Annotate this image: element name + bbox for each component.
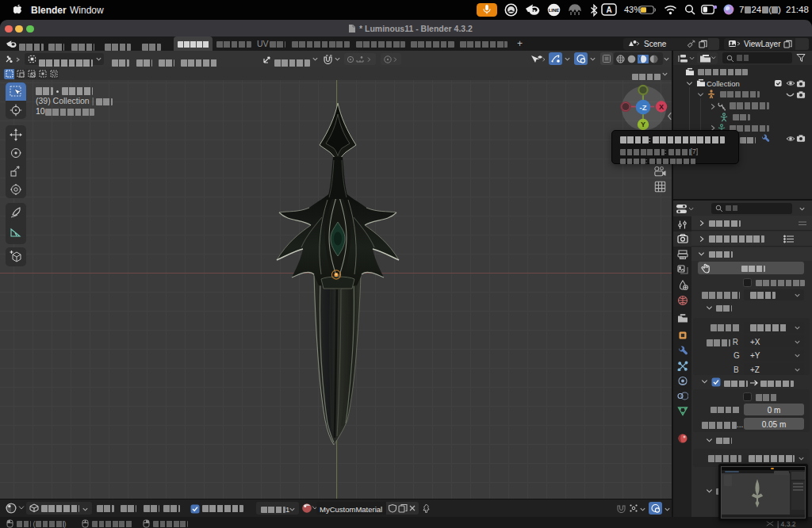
svg-text:X: X: [659, 103, 664, 111]
svg-text:A: A: [606, 6, 611, 14]
svg-text:LINE: LINE: [549, 8, 560, 13]
svg-text:Y: Y: [641, 121, 645, 128]
svg-text:-Z: -Z: [640, 103, 647, 112]
